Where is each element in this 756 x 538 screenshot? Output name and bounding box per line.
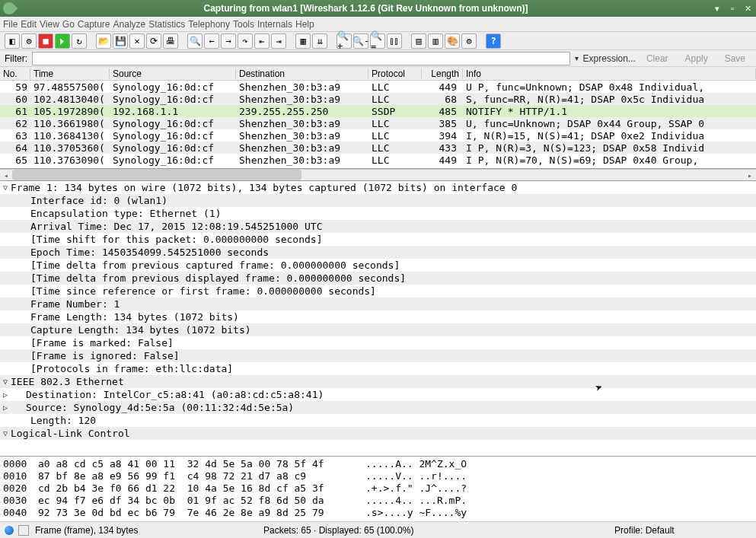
scroll-right-icon[interactable]: ▸ <box>744 171 756 180</box>
print-icon[interactable]: 🖶 <box>163 33 178 49</box>
detail-row[interactable]: [Time since reference or first frame: 0.… <box>0 285 756 298</box>
preferences-icon[interactable]: ⚙ <box>461 33 477 49</box>
packet-row[interactable]: 5997.48557500(Synology_16:0d:cfShenzhen_… <box>0 81 756 93</box>
col-header-info[interactable]: Info <box>463 68 756 79</box>
open-file-icon[interactable]: 📂 <box>96 33 111 49</box>
detail-row[interactable]: [Time shift for this packet: 0.000000000… <box>0 233 756 246</box>
expand-icon[interactable] <box>3 377 11 386</box>
apply-button[interactable]: Apply <box>679 53 714 64</box>
col-header-length[interactable]: Length <box>422 68 463 79</box>
zoom-out-icon[interactable]: 🔍- <box>353 33 368 49</box>
prev-icon[interactable]: ← <box>204 33 219 49</box>
detail-row[interactable]: [Time delta from previous displayed fram… <box>0 272 756 285</box>
detail-row[interactable]: Frame Length: 134 bytes (1072 bits) <box>0 310 756 323</box>
options-icon[interactable]: ⚙ <box>21 33 37 49</box>
detail-row[interactable]: Logical-Link Control <box>0 427 756 440</box>
menu-go[interactable]: Go <box>61 19 76 30</box>
detail-row[interactable]: [Frame is ignored: False] <box>0 349 756 362</box>
save-button[interactable]: Save <box>719 53 751 64</box>
scroll-track[interactable] <box>12 170 744 180</box>
detail-row[interactable]: IEEE 802.3 Ethernet <box>0 375 756 388</box>
packet-row[interactable]: 60102.4813040(Synology_16:0d:cfShenzhen_… <box>0 93 756 105</box>
col-header-time[interactable]: Time <box>30 68 110 79</box>
display-filter-icon[interactable]: ▥ <box>428 33 443 49</box>
detail-row[interactable]: [Protocols in frame: eth:llc:data] <box>0 362 756 375</box>
menu-edit[interactable]: Edit <box>19 19 38 30</box>
detail-row[interactable]: Frame Number: 1 <box>0 298 756 310</box>
expand-icon[interactable] <box>3 429 11 438</box>
resize-columns-icon[interactable]: ⫿⫿ <box>387 33 402 49</box>
detail-row[interactable]: Capture Length: 134 bytes (1072 bits) <box>0 323 756 336</box>
maximize-button[interactable]: ▫ <box>727 3 738 14</box>
detail-row[interactable]: [Time delta from previous captured frame… <box>0 259 756 272</box>
menu-statistics[interactable]: Statistics <box>147 19 187 30</box>
menu-capture[interactable]: Capture <box>76 19 112 30</box>
detail-row[interactable]: Epoch Time: 1450354099.545251000 seconds <box>0 246 756 259</box>
help-icon[interactable]: ? <box>486 33 501 49</box>
col-header-source[interactable]: Source <box>110 68 236 79</box>
filter-input[interactable] <box>32 52 570 65</box>
colorize-icon[interactable]: ▦ <box>295 33 311 49</box>
packet-row[interactable]: 61105.1972890(192.168.1.1239.255.255.250… <box>0 105 756 117</box>
capture-filter-icon[interactable]: ▤ <box>411 33 426 49</box>
stop-capture-icon[interactable]: ■ <box>38 33 53 49</box>
zoom-in-icon[interactable]: 🔍+ <box>337 33 352 49</box>
expand-icon[interactable] <box>3 403 11 412</box>
expression-button[interactable]: Expression... <box>583 53 636 64</box>
close-file-icon[interactable]: ✕ <box>129 33 145 49</box>
scroll-left-icon[interactable]: ◂ <box>0 171 12 180</box>
save-file-icon[interactable]: 💾 <box>113 33 128 49</box>
packet-bytes-pane[interactable]: 0000a0 a8 cd c5 a8 41 00 11 32 4d 5e 5a … <box>0 456 756 521</box>
detail-row[interactable]: Length: 120 <box>0 414 756 427</box>
menu-telephony[interactable]: Telephony <box>187 19 231 30</box>
expert-info-icon[interactable] <box>5 526 14 535</box>
detail-row[interactable]: Source: Synology_4d:5e:5a (00:11:32:4d:5… <box>0 401 756 414</box>
zoom-reset-icon[interactable]: 🔍= <box>370 33 385 49</box>
packet-row[interactable]: 65110.3763090(Synology_16:0d:cfShenzhen_… <box>0 154 756 166</box>
expand-icon[interactable] <box>3 390 11 399</box>
coloring-rules-icon[interactable]: 🎨 <box>445 33 460 49</box>
detail-row[interactable]: Arrival Time: Dec 17, 2015 12:08:19.5452… <box>0 220 756 233</box>
menu-internals[interactable]: Internals <box>256 19 294 30</box>
autoscroll-icon[interactable]: ⇊ <box>312 33 327 49</box>
capture-comment-icon[interactable] <box>18 525 29 536</box>
expand-icon[interactable] <box>3 183 11 192</box>
close-button[interactable]: ✕ <box>742 3 753 14</box>
interfaces-icon[interactable]: ◧ <box>5 33 20 49</box>
first-icon[interactable]: ⇤ <box>254 33 270 49</box>
detail-row[interactable]: Interface id: 0 (wlan1) <box>0 194 756 207</box>
detail-row[interactable]: Frame 1: 134 bytes on wire (1072 bits), … <box>0 181 756 194</box>
hex-row[interactable]: 0000a0 a8 cd c5 a8 41 00 11 32 4d 5e 5a … <box>3 458 753 470</box>
packet-rows[interactable]: 5997.48557500(Synology_16:0d:cfShenzhen_… <box>0 81 756 166</box>
detail-row[interactable]: Encapsulation type: Ethernet (1) <box>0 207 756 220</box>
status-right[interactable]: Profile: Default <box>614 525 751 536</box>
col-header-no[interactable]: No. <box>0 68 30 79</box>
menu-file[interactable]: File <box>2 19 19 30</box>
packet-row[interactable]: 63110.3684130(Synology_16:0d:cfShenzhen_… <box>0 129 756 142</box>
find-icon[interactable]: 🔍 <box>187 33 203 49</box>
last-icon[interactable]: ⇥ <box>271 33 286 49</box>
packet-row[interactable]: 62110.3661980(Synology_16:0d:cfShenzhen_… <box>0 117 756 129</box>
hex-row[interactable]: 004092 73 3e 0d bd ec b6 79 7e 46 2e 8e … <box>3 507 753 519</box>
hex-row[interactable]: 0030ec 94 f7 e6 df 34 bc 0b 01 9f ac 52 … <box>3 495 753 507</box>
start-capture-icon[interactable]: ⏵ <box>55 33 70 49</box>
next-icon[interactable]: → <box>221 33 236 49</box>
restart-capture-icon[interactable]: ↻ <box>72 33 87 49</box>
menu-help[interactable]: Help <box>294 19 316 30</box>
hex-row[interactable]: 0020cd 2b b4 3e f0 66 d1 22 10 4a 5e 16 … <box>3 482 753 495</box>
reload-icon[interactable]: ⟳ <box>146 33 161 49</box>
hex-row[interactable]: 001087 bf 8e a8 e9 56 99 f1 c4 98 72 21 … <box>3 470 753 482</box>
detail-row[interactable]: Destination: IntelCor_c5:a8:41 (a0:a8:cd… <box>0 388 756 401</box>
menu-view[interactable]: View <box>38 19 61 30</box>
goto-icon[interactable]: ↷ <box>238 33 253 49</box>
clear-button[interactable]: Clear <box>640 53 675 64</box>
scroll-thumb[interactable] <box>12 170 301 180</box>
menu-analyze[interactable]: Analyze <box>112 19 148 30</box>
packet-details-pane[interactable]: Frame 1: 134 bytes on wire (1072 bits), … <box>0 181 756 456</box>
col-header-protocol[interactable]: Protocol <box>368 68 422 79</box>
detail-row[interactable]: [Frame is marked: False] <box>0 336 756 349</box>
packet-list-hscroll[interactable]: ◂ ▸ <box>0 169 756 181</box>
menu-tools[interactable]: Tools <box>231 19 256 30</box>
col-header-destination[interactable]: Destination <box>236 68 368 79</box>
minimize-button[interactable]: ▾ <box>712 3 723 14</box>
